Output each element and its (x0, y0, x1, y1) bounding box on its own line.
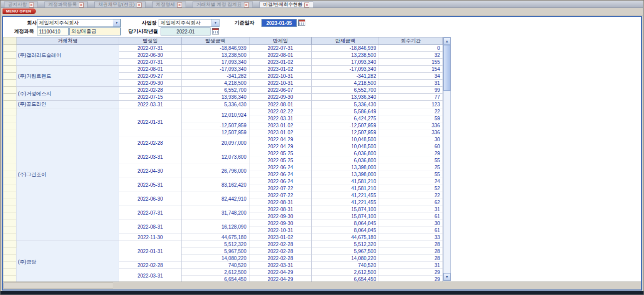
grid-cell[interactable]: -12,507,959 (312, 122, 379, 129)
grid-cell[interactable]: 5,512,320 (182, 241, 249, 248)
grid-cell[interactable]: 2022-03-31 (119, 150, 182, 164)
grid-cell[interactable]: 154 (379, 66, 443, 73)
tab-notices[interactable]: 공지사항× (4, 1, 38, 7)
grid-cell[interactable]: 31,748,200 (182, 206, 249, 220)
grid-cell[interactable]: 17,093,340 (182, 59, 249, 66)
row-header-cell[interactable] (3, 87, 16, 94)
grid-cell[interactable]: 28 (379, 255, 443, 262)
row-header-cell[interactable] (3, 150, 16, 157)
grid-cell[interactable]: 8,064,045 (312, 227, 379, 234)
scrollbar-thumb[interactable] (443, 45, 450, 91)
grid-cell[interactable]: 15,874,100 (312, 213, 379, 220)
grid-cell[interactable]: 2022-09-30 (249, 220, 312, 227)
grid-cell[interactable]: 2022-05-25 (249, 157, 312, 164)
grid-cell[interactable]: 29 (379, 269, 443, 276)
grid-cell[interactable]: 14,080,220 (182, 255, 249, 262)
row-header-cell[interactable] (3, 213, 16, 220)
grid-cell[interactable]: 2022-06-24 (249, 164, 312, 171)
grid-cell[interactable]: 2022-09-30 (249, 213, 312, 220)
grid-cell[interactable]: 10,048,500 (312, 136, 379, 143)
tab-receivable-payable-ledger[interactable]: 채권채무장(전표)× (94, 1, 146, 7)
tab-account-registration[interactable]: 계정과목등록× (44, 1, 88, 7)
tab-close-icon[interactable]: × (304, 2, 309, 7)
grid-cell[interactable]: -18,846,939 (312, 45, 379, 52)
customer-name-cell[interactable]: (주)거림트렌드 (16, 66, 119, 87)
row-header-cell[interactable] (3, 220, 16, 227)
company-select[interactable]: 제일제지주식회사 ▼ (37, 19, 121, 27)
grid-cell[interactable]: 44,675,180 (182, 234, 249, 241)
grid-cell[interactable]: 12,507,959 (312, 129, 379, 136)
account-code-input[interactable] (37, 27, 69, 35)
scroll-down-icon[interactable]: ▼ (443, 273, 450, 281)
grid-cell[interactable]: 740,520 (182, 262, 249, 269)
grid-cell[interactable]: 2022-06-24 (249, 178, 312, 185)
tab-pending-settlement-status[interactable]: 미결/반제회수현황× (259, 1, 314, 7)
grid-cell[interactable]: 77 (379, 94, 443, 101)
tab-close-icon[interactable]: × (177, 2, 182, 7)
grid-cell[interactable]: 13,936,340 (182, 94, 249, 101)
account-name-input[interactable] (69, 27, 121, 35)
grid-cell[interactable]: -17,093,340 (312, 66, 379, 73)
grid-cell[interactable]: 2022-01-31 (119, 241, 182, 262)
grid-cell[interactable]: 22 (379, 192, 443, 199)
grid-cell[interactable]: 13,398,000 (312, 171, 379, 178)
grid-cell[interactable]: 336 (379, 122, 443, 129)
grid-cell[interactable]: 2022-09-30 (119, 80, 182, 87)
grid-cell[interactable]: 2022-08-01 (249, 52, 312, 59)
grid-cell[interactable]: 155 (379, 59, 443, 66)
grid-cell[interactable]: 13,398,000 (312, 164, 379, 171)
calendar-icon[interactable] (212, 28, 219, 34)
grid-cell[interactable]: 13,238,500 (312, 52, 379, 59)
grid-cell[interactable]: 41,581,210 (312, 185, 379, 192)
tab-close-icon[interactable]: × (29, 2, 34, 7)
grid-cell[interactable]: 2022-08-01 (249, 101, 312, 108)
grid-cell[interactable]: 4,218,500 (312, 80, 379, 87)
grid-cell[interactable]: 336 (379, 129, 443, 136)
grid-cell[interactable]: 2022-04-29 (249, 269, 312, 276)
row-header-cell[interactable] (3, 262, 16, 269)
grid-cell[interactable]: 99 (379, 87, 443, 94)
column-header[interactable]: 반제금액 (312, 37, 379, 45)
grid-cell[interactable]: 2022-02-28 (249, 255, 312, 262)
grid-cell[interactable]: 13,936,340 (312, 94, 379, 101)
customer-name-cell[interactable]: (주)거성에스지 (16, 87, 119, 101)
tab-close-icon[interactable]: × (137, 2, 142, 7)
grid-cell[interactable]: 2022-07-31 (119, 206, 182, 220)
grid-cell[interactable]: 30 (379, 220, 443, 227)
grid-cell[interactable]: 2022-07-31 (119, 45, 182, 52)
grid-cell[interactable]: 0 (379, 45, 443, 52)
grid-cell[interactable]: 2022-06-07 (249, 87, 312, 94)
grid-cell[interactable]: 4,218,500 (182, 80, 249, 87)
grid-cell[interactable]: 2022-06-24 (249, 171, 312, 178)
tab-close-icon[interactable]: × (244, 2, 249, 7)
row-header-cell[interactable] (3, 241, 16, 248)
grid-cell[interactable]: 55 (379, 171, 443, 178)
grid-cell[interactable]: 5,336,430 (312, 101, 379, 108)
scroll-up-icon[interactable]: ▲ (443, 37, 450, 45)
grid-cell[interactable]: 61 (379, 227, 443, 234)
row-header-cell[interactable] (3, 94, 16, 101)
grid-cell[interactable]: 2022-08-31 (119, 220, 182, 234)
grid-cell[interactable]: 14,080,220 (312, 255, 379, 262)
grid-cell[interactable]: 60 (379, 143, 443, 150)
customer-name-cell[interactable]: (주)금담 (16, 241, 119, 283)
row-header-cell[interactable] (3, 101, 16, 108)
grid-cell[interactable]: 12,010,924 (182, 108, 249, 122)
grid-cell[interactable]: 5,586,649 (312, 108, 379, 115)
grid-cell[interactable]: 12,507,959 (182, 129, 249, 136)
row-header-cell[interactable] (3, 52, 16, 59)
grid-cell[interactable]: 2022-07-22 (249, 192, 312, 199)
grid-cell[interactable]: 2023-01-02 (249, 66, 312, 73)
grid-cell[interactable]: 2022-08-31 (249, 199, 312, 206)
grid-cell[interactable]: 83,162,420 (182, 178, 249, 192)
row-header-cell[interactable] (3, 66, 16, 73)
row-header-cell[interactable] (3, 192, 16, 199)
grid-cell[interactable]: 2022-02-28 (119, 87, 182, 94)
row-header-cell[interactable] (3, 157, 16, 164)
grid-cell[interactable]: 2022-03-31 (119, 269, 182, 283)
column-header[interactable]: 회수기간 (379, 37, 443, 45)
grid-cell[interactable]: 28 (379, 241, 443, 248)
grid-cell[interactable]: 24 (379, 178, 443, 185)
column-header[interactable]: 거래처명 (16, 37, 119, 45)
customer-name-cell[interactable]: (주)골드라인 (16, 101, 119, 108)
